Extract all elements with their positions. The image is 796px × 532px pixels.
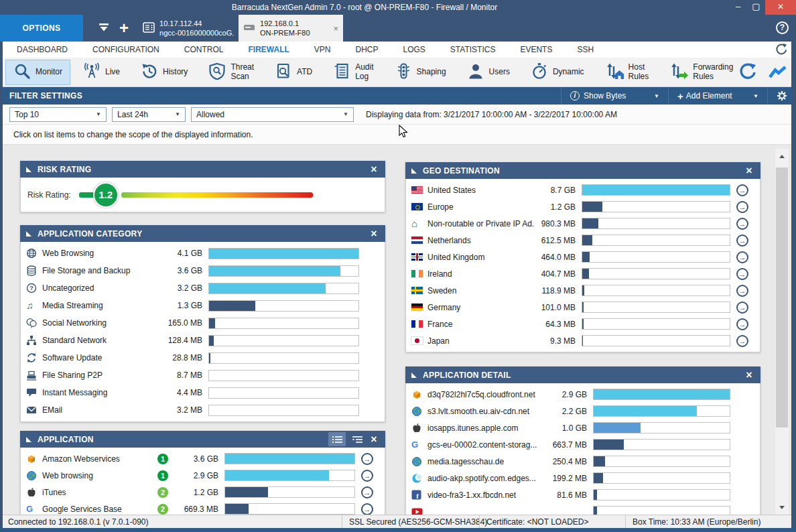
top-n-select[interactable]: Top 10▼ — [9, 107, 107, 122]
drilldown-arrow-icon[interactable]: → — [361, 470, 373, 482]
maximize-button[interactable]: ▢ — [747, 0, 765, 15]
drilldown-arrow-icon[interactable]: → — [361, 486, 373, 498]
tab-firewall-appliance[interactable]: 192.168.0.1 ON-PREM-F80 × — [239, 15, 343, 42]
ribbon-shaping-button[interactable]: Shaping — [387, 60, 454, 85]
chart-zigzag-icon[interactable] — [769, 65, 787, 82]
close-panel-icon[interactable]: × — [369, 163, 379, 176]
tab-control-center[interactable]: 10.17.112.44 ngcc-0016000000coG... — [138, 15, 239, 42]
ribbon-live-button[interactable]: Live — [75, 60, 128, 85]
nav-firewall[interactable]: FIREWALL — [248, 45, 289, 54]
table-row[interactable]: Ireland404.7 MB→ — [411, 265, 754, 282]
table-row[interactable]: s3.lvlt.smooth.eu.aiv-cdn.net2.2 GB — [411, 403, 754, 419]
add-tab-icon[interactable]: + — [119, 20, 129, 36]
table-row[interactable]: Japan9.3 MB→ — [411, 332, 754, 349]
refresh-icon[interactable] — [738, 63, 756, 83]
drilldown-arrow-icon[interactable]: → — [736, 235, 748, 247]
time-range-select[interactable]: Last 24h▼ — [112, 107, 186, 122]
table-row[interactable]: Instant Messaging4.4 MB — [26, 384, 379, 401]
drilldown-arrow-icon[interactable]: → — [736, 251, 748, 263]
scroll-up-button[interactable] — [775, 149, 789, 163]
nav-control[interactable]: CONTROL — [184, 45, 224, 54]
table-row[interactable] — [411, 503, 754, 515]
nav-configuration[interactable]: CONFIGURATION — [92, 45, 159, 54]
table-row[interactable]: Sweden118.9 MB→ — [411, 282, 754, 299]
table-row[interactable]: Amazon Webservices13.6 GB→ — [26, 450, 379, 467]
table-row[interactable]: United States8.7 GB→ — [411, 182, 754, 198]
table-row[interactable]: fvideo-fra3-1.xx.fbcdn.net81.6 MB — [411, 486, 754, 503]
collapse-icon[interactable] — [411, 168, 417, 174]
drilldown-arrow-icon[interactable]: → — [736, 218, 748, 230]
table-row[interactable]: Software Update28.8 MB — [26, 349, 379, 367]
vertical-scrollbar[interactable] — [775, 149, 789, 515]
close-panel-icon[interactable]: × — [744, 369, 754, 381]
collapse-icon[interactable] — [26, 167, 31, 172]
scroll-down-button[interactable] — [775, 500, 789, 515]
table-row[interactable]: ?Uncategorized3.2 GB — [26, 279, 379, 297]
collapse-icon[interactable] — [411, 373, 417, 378]
table-row[interactable]: iTunes21.2 GB→ — [26, 484, 379, 501]
table-row[interactable]: Social Networking165.0 MB — [26, 314, 379, 332]
drilldown-arrow-icon[interactable]: → — [361, 453, 373, 465]
table-row[interactable]: media.tagesschau.de250.4 MB — [411, 453, 754, 470]
table-row[interactable]: Web browsing12.9 GB→ — [26, 467, 379, 484]
close-panel-icon[interactable]: × — [369, 228, 379, 240]
drilldown-arrow-icon[interactable]: → — [736, 201, 748, 213]
drilldown-arrow-icon[interactable]: → — [361, 503, 373, 515]
table-row[interactable]: Web Browsing4.1 GB — [26, 245, 379, 262]
scrollbar-thumb[interactable] — [776, 168, 788, 427]
table-row[interactable]: Standard Network128.4 MB — [26, 332, 379, 349]
collapse-icon[interactable] — [26, 437, 31, 442]
ribbon-audit-log-button[interactable]: AuditLog — [325, 60, 381, 85]
tab-filter-icon[interactable] — [98, 23, 110, 34]
table-row[interactable]: ⌂Non-routable or Private IP Ad...980.3 M… — [411, 215, 754, 232]
table-row[interactable]: ♫Media Streaming1.3 GB — [26, 297, 379, 314]
table-row[interactable]: iosapps.itunes.apple.com1.0 GB — [411, 419, 754, 436]
minimize-button[interactable]: – — [729, 0, 747, 15]
table-row[interactable]: Germany101.0 MB→ — [411, 299, 754, 316]
ribbon-threat-scan-button[interactable]: ThreatScan — [200, 60, 262, 85]
ribbon-history-button[interactable]: History — [133, 60, 196, 85]
show-bytes-dropdown[interactable]: i Show Bytes ▼ — [561, 87, 668, 105]
table-row[interactable]: Ggcs-eu-00002.content-storag...663.7 MB — [411, 436, 754, 453]
ribbon-atd-button[interactable]: ATD — [267, 60, 320, 85]
nav-statistics[interactable]: STATISTICS — [450, 45, 496, 54]
drilldown-arrow-icon[interactable]: → — [736, 184, 748, 196]
ribbon-host-rules-button[interactable]: HostRules — [597, 60, 657, 85]
table-row[interactable]: Europe1.2 GB→ — [411, 198, 754, 215]
nav-dashboard[interactable]: DASHBOARD — [17, 45, 68, 54]
add-element-dropdown[interactable]: + Add Element ▼ — [668, 87, 767, 105]
drilldown-arrow-icon[interactable]: → — [736, 318, 748, 330]
collapse-icon[interactable] — [26, 231, 31, 237]
close-tab-icon[interactable]: × — [333, 23, 338, 34]
drilldown-arrow-icon[interactable]: → — [736, 335, 748, 347]
table-row[interactable]: France64.3 MB→ — [411, 316, 754, 332]
table-row[interactable]: audio-akp.spotify.com.edges...199.2 MB — [411, 470, 754, 486]
ribbon-users-button[interactable]: Users — [459, 60, 518, 85]
drilldown-arrow-icon[interactable]: → — [736, 285, 748, 297]
tree-view-icon[interactable] — [348, 432, 366, 446]
table-row[interactable]: File Sharing P2P8.7 MB — [26, 367, 379, 384]
ribbon-monitor-button[interactable]: Monitor — [5, 60, 70, 85]
close-button[interactable]: ✕ — [765, 0, 796, 15]
table-row[interactable]: United Kingdom464.0 MB→ — [411, 249, 754, 265]
list-view-icon[interactable] — [328, 432, 346, 446]
table-row[interactable]: Netherlands612.5 MB→ — [411, 232, 754, 249]
nav-vpn[interactable]: VPN — [314, 45, 331, 54]
traffic-type-select[interactable]: Allowed▼ — [191, 107, 354, 122]
table-row[interactable]: File Storage and Backup3.6 GB — [26, 262, 379, 279]
nav-events[interactable]: EVENTS — [520, 45, 552, 54]
nav-refresh-icon[interactable] — [774, 43, 787, 58]
drilldown-arrow-icon[interactable]: → — [736, 302, 748, 314]
nav-dhcp[interactable]: DHCP — [355, 45, 378, 54]
nav-logs[interactable]: LOGS — [403, 45, 425, 54]
table-row[interactable]: d3q782l2hl7c5q.cloudfront.net2.9 GB — [411, 386, 754, 403]
options-button[interactable]: OPTIONS — [0, 15, 83, 42]
table-row[interactable]: GGoogle Services Base2669.3 MB→ — [26, 501, 379, 515]
table-row[interactable]: EMail3.2 MB — [26, 401, 379, 419]
help-icon[interactable]: ? — [776, 21, 789, 34]
nav-ssh[interactable]: SSH — [577, 45, 594, 54]
drilldown-arrow-icon[interactable]: → — [736, 268, 748, 280]
close-panel-icon[interactable]: × — [744, 165, 754, 177]
ribbon-dynamic-button[interactable]: Dynamic — [523, 60, 592, 85]
close-panel-icon[interactable]: × — [369, 434, 379, 446]
